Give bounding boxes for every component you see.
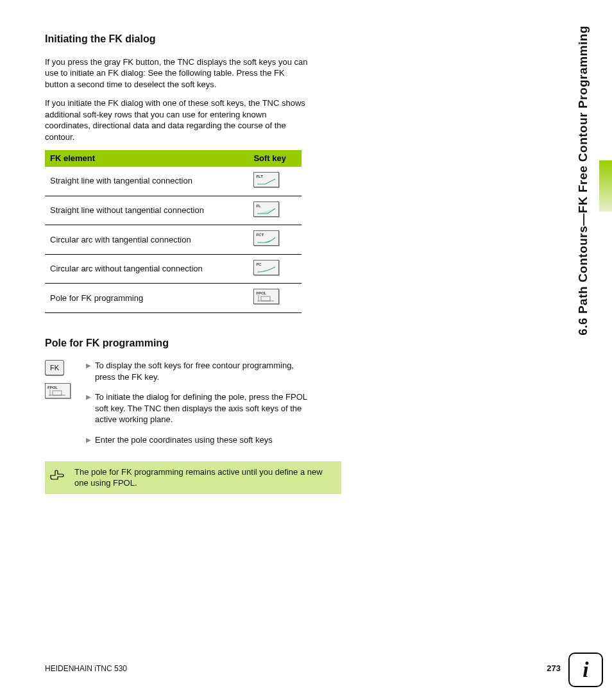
fk-element-label: Straight line without tangential connect…	[45, 196, 248, 225]
side-tab-gradient	[599, 160, 612, 212]
softkey-fl-icon: FL	[253, 201, 279, 217]
softkey-fpol-icon: FPOL	[253, 289, 279, 304]
bullet-arrow-icon: ▶	[86, 393, 91, 402]
table-row: Circular arc with tangential connection …	[45, 225, 302, 255]
page-number: 273	[547, 663, 561, 674]
fk-element-label: Straight line with tangential connection	[45, 167, 248, 196]
softkey-fct-icon: FCT	[253, 230, 279, 246]
softkey-fc-icon: FC	[253, 260, 279, 275]
table-row: Straight line with tangential connection…	[45, 167, 302, 196]
footer-product: HEIDENHAIN iTNC 530	[45, 663, 127, 674]
hand-pointing-icon	[49, 466, 65, 483]
table-row: Straight line without tangential connect…	[45, 196, 302, 225]
fk-element-label: Circular arc with tangential connection	[45, 225, 248, 255]
table-row: Circular arc without tangential connecti…	[45, 254, 302, 284]
fk-key-icon: FK	[45, 360, 64, 375]
bullet-arrow-icon: ▶	[86, 436, 91, 445]
step-item: ▶To initiate the dialog for defining the…	[86, 391, 308, 425]
paragraph-1: If you press the gray FK button, the TNC…	[45, 56, 308, 90]
table-header-fk-element: FK element	[45, 150, 248, 167]
section-heading-2: Pole for FK programming	[45, 336, 308, 350]
softkey-fpol-icon: FPOL	[45, 383, 71, 398]
bullet-arrow-icon: ▶	[86, 361, 91, 370]
fk-element-table: FK element Soft key Straight line with t…	[45, 150, 302, 312]
fk-element-label: Circular arc without tangential connecti…	[45, 254, 248, 284]
paragraph-2: If you initiate the FK dialog with one o…	[45, 98, 308, 142]
step-item: ▶To display the soft keys for free conto…	[86, 360, 308, 382]
svg-rect-0	[261, 296, 270, 301]
step-item: ▶Enter the pole coordinates using these …	[86, 434, 308, 446]
fk-element-label: Pole for FK programming	[45, 284, 248, 313]
table-header-soft-key: Soft key	[248, 150, 302, 167]
section-heading-1: Initiating the FK dialog	[45, 32, 308, 46]
note-box: The pole for FK programming remains acti…	[45, 461, 341, 494]
softkey-flt-icon: FLT	[253, 172, 279, 187]
info-icon: i	[568, 653, 603, 687]
chapter-side-title: 6.6 Path Contours—FK Free Contour Progra…	[575, 26, 591, 336]
note-text: The pole for FK programming remains acti…	[74, 466, 334, 489]
svg-rect-3	[53, 391, 62, 395]
table-row: Pole for FK programming FPOL	[45, 284, 302, 313]
